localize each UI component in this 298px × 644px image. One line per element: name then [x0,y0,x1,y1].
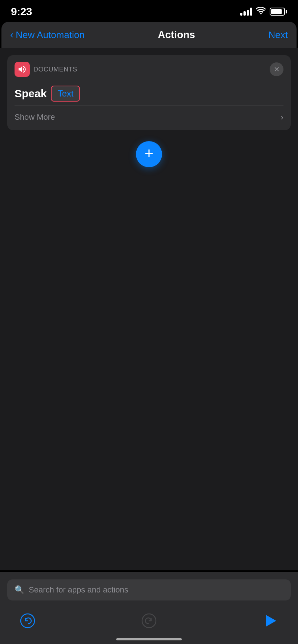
action-card-header: DOCUMENTS ✕ [15,62,283,77]
main-content: DOCUMENTS ✕ Speak Text Show More › + [0,48,298,570]
chevron-right-icon: › [281,112,283,122]
page-title: Actions [158,29,195,41]
speak-text-row: Speak Text [15,82,283,106]
svg-marker-2 [266,615,276,627]
documents-icon [15,62,30,77]
redo-button[interactable] [140,611,158,630]
redo-icon [141,613,157,629]
add-button-container: + [7,141,291,167]
search-icon: 🔍 [15,585,24,595]
speaker-svg [17,65,27,74]
battery-icon [270,8,287,16]
wifi-icon [256,7,266,17]
text-token[interactable]: Text [51,86,80,102]
home-indicator [116,638,182,640]
show-more-label: Show More [15,112,55,122]
back-label: New Automation [16,29,84,41]
close-button[interactable]: ✕ [270,62,283,76]
search-placeholder-text: Search for apps and actions [29,585,128,595]
action-category: DOCUMENTS [15,62,77,77]
play-icon [262,613,278,629]
show-more-button[interactable]: Show More › [15,106,283,124]
signal-bars-icon [240,8,252,16]
status-icons [240,7,287,17]
play-button[interactable] [261,611,280,630]
back-button[interactable]: ‹ New Automation [10,29,85,41]
add-action-button[interactable]: + [136,141,162,167]
chevron-left-icon: ‹ [10,30,13,40]
undo-button[interactable] [18,611,37,630]
undo-icon [20,613,36,629]
bottom-toolbar [7,608,291,634]
plus-icon: + [145,146,154,161]
next-button[interactable]: Next [269,29,288,41]
category-label: DOCUMENTS [33,66,77,73]
action-card: DOCUMENTS ✕ Speak Text Show More › [7,55,291,130]
nav-bar: ‹ New Automation Actions Next [1,22,297,48]
close-icon: ✕ [274,66,280,73]
status-time: 9:23 [11,5,32,18]
status-bar: 9:23 [0,0,298,22]
bottom-panel: 🔍 Search for apps and actions [0,572,298,644]
speak-label: Speak [15,87,47,100]
search-bar[interactable]: 🔍 Search for apps and actions [7,579,291,600]
